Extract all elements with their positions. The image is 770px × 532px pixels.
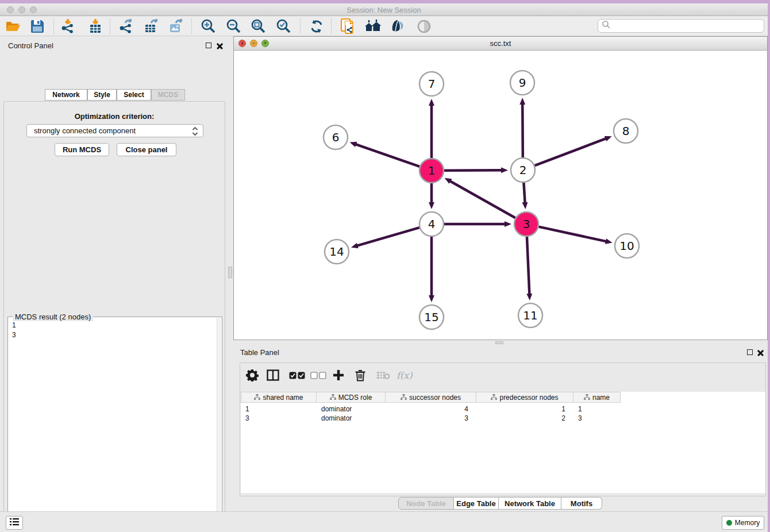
list-icon bbox=[10, 518, 19, 527]
add-column-icon[interactable] bbox=[333, 368, 344, 383]
edge-3-11[interactable] bbox=[527, 237, 529, 294]
edge-1-2[interactable] bbox=[444, 170, 502, 171]
svg-text:7: 7 bbox=[428, 77, 436, 91]
close-table-panel-icon[interactable] bbox=[757, 349, 764, 356]
node-14[interactable]: 14 bbox=[325, 240, 349, 264]
toolbar-separator bbox=[300, 18, 301, 34]
node-11[interactable]: 11 bbox=[518, 303, 542, 327]
table-cell[interactable]: 4 bbox=[386, 404, 476, 414]
zoom-selected-icon[interactable] bbox=[275, 18, 292, 35]
node-1[interactable]: 1 bbox=[419, 159, 444, 183]
gear-icon[interactable] bbox=[246, 368, 259, 383]
deselect-all-icon[interactable] bbox=[310, 368, 326, 383]
tab-mcds[interactable]: MCDS bbox=[151, 89, 185, 101]
import-table-icon[interactable] bbox=[87, 18, 104, 35]
tab-network[interactable]: Network bbox=[45, 89, 87, 101]
window-titlebar: Session: New Session bbox=[0, 3, 768, 16]
tab-node-table[interactable]: Node Table bbox=[398, 497, 454, 510]
table-panel-content: f(x) shared nameMCDS rolesuccessor nodes… bbox=[240, 363, 766, 496]
node-2[interactable]: 2 bbox=[511, 158, 535, 182]
vizmap-icon[interactable] bbox=[389, 18, 406, 35]
tab-edge-table[interactable]: Edge Table bbox=[454, 497, 499, 510]
columns-icon[interactable] bbox=[267, 368, 279, 383]
network-view-window: x − + scc.txt 1234678910111415 bbox=[233, 36, 768, 340]
network-canvas[interactable]: 1234678910111415 bbox=[234, 51, 767, 340]
edge-2-8[interactable] bbox=[535, 138, 606, 165]
memory-button[interactable]: Memory bbox=[722, 516, 764, 530]
export-network-icon[interactable] bbox=[118, 18, 135, 35]
export-image-icon[interactable] bbox=[167, 18, 184, 35]
column-header-successor-nodes[interactable]: successor nodes bbox=[386, 392, 476, 403]
edge-2-3[interactable] bbox=[523, 183, 525, 203]
tab-style[interactable]: Style bbox=[87, 89, 117, 101]
node-9[interactable]: 9 bbox=[510, 71, 534, 95]
tab-network-table[interactable]: Network Table bbox=[499, 497, 561, 510]
table-cell[interactable]: dominator bbox=[317, 404, 386, 414]
function-builder-icon[interactable]: f(x) bbox=[396, 368, 412, 383]
table-cell[interactable]: 1 bbox=[573, 404, 621, 414]
table-cell[interactable]: 3 bbox=[386, 414, 476, 423]
edge-3-10[interactable] bbox=[538, 227, 606, 241]
toolbar-separator bbox=[53, 18, 54, 34]
result-scrollbar[interactable] bbox=[217, 318, 221, 532]
tab-motifs[interactable]: Motifs bbox=[561, 497, 602, 510]
save-icon[interactable] bbox=[29, 18, 46, 35]
column-header-predecessor-nodes[interactable]: predecessor nodes bbox=[476, 392, 573, 403]
table-cell[interactable]: 2 bbox=[476, 414, 573, 423]
table-cell[interactable]: 1 bbox=[241, 404, 317, 414]
table-cell[interactable]: dominator bbox=[317, 414, 386, 423]
import-network-icon[interactable] bbox=[60, 18, 77, 35]
control-panel-title: Control Panel bbox=[8, 41, 53, 50]
delete-table-icon[interactable] bbox=[376, 368, 390, 383]
node-table: shared nameMCDS rolesuccessor nodesprede… bbox=[241, 392, 765, 493]
refresh-icon[interactable] bbox=[308, 18, 325, 35]
tab-select[interactable]: Select bbox=[117, 89, 151, 101]
open-folder-icon[interactable] bbox=[5, 18, 22, 35]
zoom-in-icon[interactable] bbox=[200, 18, 217, 35]
main-toolbar bbox=[0, 16, 768, 36]
search-icon bbox=[602, 20, 611, 32]
table-cell[interactable]: 3 bbox=[573, 414, 621, 423]
zoom-fit-icon[interactable] bbox=[250, 18, 267, 35]
network-graph[interactable]: 1234678910111415 bbox=[234, 51, 767, 340]
edge-3-1[interactable] bbox=[450, 181, 515, 218]
svg-text:9: 9 bbox=[519, 76, 526, 90]
copy-network-icon[interactable] bbox=[340, 18, 357, 35]
toolbar-separator bbox=[331, 18, 332, 34]
select-all-icon[interactable] bbox=[289, 368, 305, 383]
run-mcds-button[interactable]: Run MCDS bbox=[55, 143, 109, 156]
node-7[interactable]: 7 bbox=[419, 72, 444, 96]
column-header-shared-name[interactable]: shared name bbox=[241, 392, 317, 403]
edge-1-6[interactable] bbox=[356, 144, 419, 167]
node-15[interactable]: 15 bbox=[419, 305, 444, 329]
node-4[interactable]: 4 bbox=[419, 212, 444, 236]
float-panel-icon[interactable] bbox=[206, 43, 211, 48]
vertical-splitter-handle[interactable] bbox=[228, 267, 232, 278]
optimization-criterion-label: Optimization criterion: bbox=[4, 112, 225, 121]
cytopanel-list-button[interactable] bbox=[6, 516, 23, 530]
column-header-MCDS-role[interactable]: MCDS role bbox=[317, 392, 386, 403]
node-3[interactable]: 3 bbox=[514, 212, 538, 236]
delete-icon[interactable] bbox=[355, 368, 366, 383]
column-header-name[interactable]: name bbox=[573, 392, 621, 403]
control-panel: Control Panel Network Style Select MCDS … bbox=[0, 36, 227, 511]
node-8[interactable]: 8 bbox=[614, 119, 638, 143]
search-input[interactable] bbox=[598, 19, 764, 33]
table-cell[interactable]: 1 bbox=[476, 404, 573, 414]
edge-2-9[interactable] bbox=[522, 104, 523, 157]
export-table-icon[interactable] bbox=[143, 18, 160, 35]
close-panel-button[interactable]: Close panel bbox=[117, 143, 176, 156]
node-10[interactable]: 10 bbox=[615, 234, 639, 258]
horizontal-splitter-handle[interactable] bbox=[495, 341, 503, 344]
zoom-out-icon[interactable] bbox=[225, 18, 242, 35]
table-cell[interactable]: 3 bbox=[241, 414, 317, 423]
homes-icon[interactable] bbox=[364, 18, 382, 35]
node-6[interactable]: 6 bbox=[324, 125, 348, 149]
edge-4-14[interactable] bbox=[357, 228, 419, 246]
mcds-result-text[interactable]: 1 3 bbox=[9, 318, 218, 532]
close-panel-icon[interactable] bbox=[217, 43, 223, 49]
eye-icon[interactable] bbox=[415, 18, 433, 35]
memory-status-icon bbox=[726, 520, 732, 526]
float-table-panel-icon[interactable] bbox=[747, 349, 753, 355]
optimization-criterion-select[interactable]: strongly connected component bbox=[26, 124, 203, 137]
